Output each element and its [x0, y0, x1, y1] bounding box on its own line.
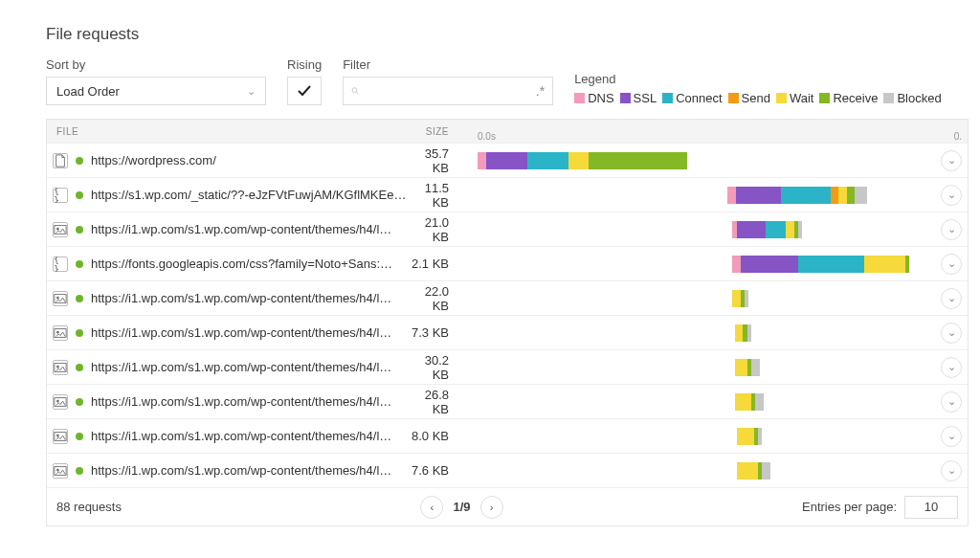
timing-seg [735, 393, 751, 411]
legend-item-send[interactable]: Send [728, 91, 770, 105]
status-dot [76, 398, 83, 406]
request-size: 7.3 KB [411, 325, 478, 340]
request-url: https://fonts.googleapis.com/css?family=… [91, 257, 392, 271]
timing-seg [478, 152, 486, 169]
table-row[interactable]: https://i1.wp.com/s1.wp.com/wp-content/t… [47, 349, 968, 384]
timing-seg [745, 290, 748, 307]
request-url: https://wordpress.com/ [91, 153, 216, 167]
table-row[interactable]: https://i1.wp.com/s1.wp.com/wp-content/t… [47, 315, 968, 349]
timeline-cell: ⌄ [478, 350, 968, 384]
legend-item-ssl[interactable]: SSL [620, 91, 657, 105]
requests-table: FILE SIZE 0.0s 0. https://wordpress.com/… [46, 119, 969, 526]
img-icon [53, 429, 68, 444]
timeline-end: 0. [954, 131, 962, 142]
controls-bar: Sort by Load Order ⌄ Rising Filter .* Le… [46, 57, 969, 105]
timing-seg [589, 152, 687, 169]
regex-toggle[interactable]: .* [536, 83, 545, 99]
expand-row-button[interactable]: ⌄ [941, 460, 962, 481]
swatch-icon [728, 93, 739, 103]
entries-per-page-label: Entries per page: [802, 500, 897, 514]
expand-row-button[interactable]: ⌄ [941, 254, 962, 275]
sort-select[interactable]: Load Order ⌄ [46, 77, 266, 105]
table-row[interactable]: https://i1.wp.com/s1.wp.com/wp-content/t… [47, 453, 968, 487]
chevron-left-icon: ‹ [431, 502, 434, 513]
swatch-icon [883, 93, 894, 103]
timing-seg [747, 324, 751, 342]
expand-row-button[interactable]: ⌄ [941, 323, 962, 344]
legend-text: DNS [588, 91, 613, 105]
expand-row-button[interactable]: ⌄ [941, 391, 962, 413]
svg-point-15 [56, 469, 58, 471]
table-row[interactable]: { }https://s1.wp.com/_static/??-eJzFVtFu… [47, 177, 968, 212]
table-row[interactable]: https://i1.wp.com/s1.wp.com/wp-content/t… [47, 384, 968, 418]
total-requests: 88 requests [56, 500, 122, 514]
timing-seg [855, 187, 867, 204]
svg-point-11 [56, 400, 58, 402]
chevron-down-icon: ⌄ [947, 223, 956, 235]
col-file[interactable]: FILE [47, 126, 411, 137]
swatch-icon [574, 93, 585, 103]
entries-per-page-input[interactable]: 10 [904, 496, 958, 519]
code-icon: { } [53, 257, 68, 272]
legend-item-blocked[interactable]: Blocked [883, 91, 941, 105]
filter-input[interactable] [366, 83, 530, 100]
chevron-down-icon: ⌄ [947, 292, 956, 304]
timeline-cell: ⌄ [478, 385, 968, 418]
legend-item-dns[interactable]: DNS [574, 91, 613, 105]
timing-seg [735, 324, 744, 342]
table-row[interactable]: https://i1.wp.com/s1.wp.com/wp-content/t… [47, 212, 968, 246]
request-size: 7.6 KB [411, 463, 478, 478]
table-row[interactable]: { }https://fonts.googleapis.com/css?fami… [47, 246, 968, 280]
request-url: https://i1.wp.com/s1.wp.com/wp-content/t… [91, 291, 391, 305]
chevron-down-icon: ⌄ [947, 154, 956, 167]
timing-seg [864, 256, 905, 273]
img-icon [53, 394, 68, 410]
legend-item-wait[interactable]: Wait [776, 91, 814, 105]
request-size: 2.1 KB [411, 257, 478, 271]
timing-seg [741, 256, 798, 273]
chevron-down-icon: ⌄ [247, 85, 256, 98]
timing-bars [478, 152, 687, 169]
page-indicator: 1/9 [453, 500, 470, 514]
code-icon: { } [53, 188, 68, 203]
expand-row-button[interactable]: ⌄ [941, 288, 962, 309]
table-row[interactable]: https://i1.wp.com/s1.wp.com/wp-content/t… [47, 280, 968, 315]
swatch-icon [819, 93, 830, 103]
timing-seg [766, 221, 787, 238]
table-row[interactable]: https://i1.wp.com/s1.wp.com/wp-content/t… [47, 418, 968, 453]
expand-row-button[interactable]: ⌄ [941, 426, 962, 447]
timing-seg [755, 393, 764, 411]
next-page-button[interactable]: › [480, 496, 503, 519]
check-icon [297, 83, 312, 99]
timing-seg [735, 359, 747, 376]
prev-page-button[interactable]: ‹ [420, 496, 443, 519]
request-size: 21.0 KB [411, 215, 478, 244]
timing-seg [798, 256, 864, 273]
legend-text: Send [742, 91, 770, 105]
legend-text: Receive [833, 91, 878, 105]
col-size[interactable]: SIZE [411, 126, 478, 137]
timing-bars [732, 256, 909, 273]
img-icon [53, 360, 68, 375]
timing-seg [762, 462, 770, 480]
expand-row-button[interactable]: ⌄ [941, 150, 962, 171]
timing-seg [737, 221, 766, 238]
page-title: File requests [46, 25, 969, 44]
swatch-icon [662, 93, 673, 103]
table-row[interactable]: https://wordpress.com/35.7 KB⌄ [47, 143, 968, 177]
expand-row-button[interactable]: ⌄ [941, 185, 962, 206]
request-size: 26.8 KB [411, 388, 478, 416]
legend-item-receive[interactable]: Receive [819, 91, 878, 105]
svg-point-5 [56, 297, 58, 299]
timing-bars [735, 324, 751, 342]
svg-point-9 [56, 366, 58, 368]
legend-item-connect[interactable]: Connect [662, 91, 722, 105]
timing-seg [838, 187, 847, 204]
timing-bars [735, 359, 760, 376]
rising-toggle[interactable] [287, 77, 322, 105]
timing-seg [831, 187, 839, 204]
expand-row-button[interactable]: ⌄ [941, 357, 962, 378]
expand-row-button[interactable]: ⌄ [941, 219, 962, 240]
timeline-cell: ⌄ [478, 144, 968, 177]
chevron-down-icon: ⌄ [947, 257, 956, 270]
